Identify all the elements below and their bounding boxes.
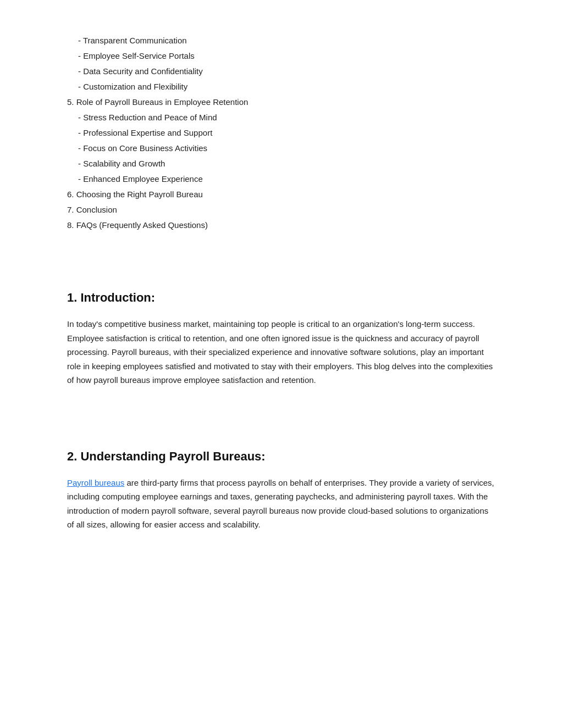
toc-item-4: 5. Role of Payroll Bureaus in Employee R… xyxy=(67,95,496,110)
section-introduction: 1. Introduction: In today's competitive … xyxy=(67,288,496,387)
toc-item-5: - Stress Reduction and Peace of Mind xyxy=(67,110,496,125)
section-1-paragraph-1: In today's competitive business market, … xyxy=(67,317,496,387)
toc-item-1: - Employee Self-Service Portals xyxy=(67,48,496,64)
toc-item-11: 7. Conclusion xyxy=(67,202,496,218)
toc-section: - Transparent Communication- Employee Se… xyxy=(67,33,496,233)
toc-item-0: - Transparent Communication xyxy=(67,33,496,48)
section-2-heading: 2. Understanding Payroll Bureaus: xyxy=(67,447,496,466)
toc-item-2: - Data Security and Confidentiality xyxy=(67,64,496,79)
section-understanding: 2. Understanding Payroll Bureaus: Payrol… xyxy=(67,447,496,532)
toc-item-3: - Customization and Flexibility xyxy=(67,79,496,95)
page-container: - Transparent Communication- Employee Se… xyxy=(45,0,518,591)
toc-item-12: 8. FAQs (Frequently Asked Questions) xyxy=(67,218,496,233)
section-2-paragraph-1: Payroll bureaus are third-party firms th… xyxy=(67,476,496,532)
spacer xyxy=(67,255,496,288)
payroll-bureaus-link[interactable]: Payroll bureaus xyxy=(67,478,124,487)
toc-item-7: - Focus on Core Business Activities xyxy=(67,141,496,156)
section-2-body: Payroll bureaus are third-party firms th… xyxy=(67,476,496,532)
toc-item-8: - Scalability and Growth xyxy=(67,156,496,171)
toc-item-6: - Professional Expertise and Support xyxy=(67,125,496,141)
toc-list: - Transparent Communication- Employee Se… xyxy=(67,33,496,233)
toc-item-9: - Enhanced Employee Experience xyxy=(67,171,496,187)
section-2-paragraph-1-text: are third-party firms that process payro… xyxy=(67,478,494,530)
section-1-heading: 1. Introduction: xyxy=(67,288,496,307)
toc-item-10: 6. Choosing the Right Payroll Bureau xyxy=(67,187,496,202)
section-1-body: In today's competitive business market, … xyxy=(67,317,496,387)
spacer-2 xyxy=(67,414,496,447)
